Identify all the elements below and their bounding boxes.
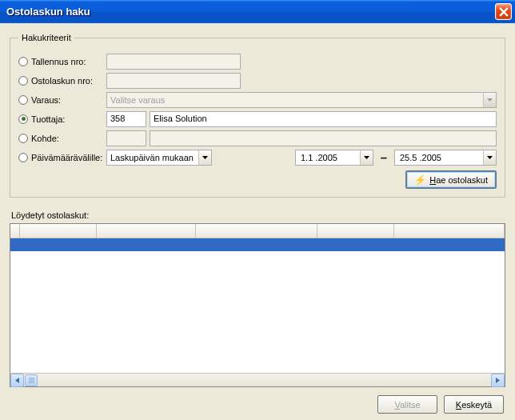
window-title: Ostolaskun haku [6,6,90,18]
close-button[interactable] [495,3,512,20]
radio-tuottaja[interactable] [18,114,28,124]
chevron-down-icon [487,98,493,102]
keskeyta-rest: eskeytä [461,400,492,410]
row-tuottaja: Tuottaja: 358 Elisa Solution [18,110,497,127]
varaus-combo[interactable]: Valitse varaus [106,92,497,108]
datemode-combo-button[interactable] [198,150,211,165]
row-tallennus: Tallennus nro: [18,53,497,70]
grid-body[interactable] [10,238,505,373]
row-varaus: Varaus: Valitse varaus [18,91,497,108]
grid-col-2[interactable] [97,224,196,238]
close-icon [499,7,509,17]
criteria-group: Hakukriteerit Tallennus nro: Ostolaskun … [10,33,505,198]
grid-col-5[interactable] [394,224,505,238]
valitse-rest: alitse [400,400,421,410]
grid-hscrollbar [10,373,505,386]
chevron-left-icon [15,378,19,383]
chevron-down-icon [202,156,208,159]
radio-varaus-label: Varaus: [31,95,61,105]
grid-col-4[interactable] [317,224,394,238]
tuottaja-name-input[interactable]: Elisa Solution [150,111,497,127]
ostolaskun-input[interactable] [106,73,241,89]
keskeyta-button[interactable]: Keskeytä [444,395,504,414]
client-area: Hakukriteerit Tallennus nro: Ostolaskun … [0,23,515,420]
criteria-actions: ⚡ Hae ostolaskut [18,170,497,189]
radio-kohde-label: Kohde: [31,134,59,143]
scroll-track[interactable] [24,374,491,386]
kohde-code-input[interactable] [106,130,146,146]
results-grid[interactable] [10,223,505,387]
date-to-value: 25.5 .2005 [400,153,441,162]
grid-header [10,224,505,238]
date-from-picker[interactable]: 1.1 .2005 [295,150,373,166]
scroll-right-button[interactable] [491,374,505,387]
date-to-button[interactable] [483,150,496,165]
title-bar: Ostolaskun haku [0,0,515,23]
scroll-left-button[interactable] [10,374,24,387]
lightning-icon: ⚡ [414,174,426,186]
row-pvm: Päivämäärävälille: Laskupäivän mukaan 1.… [18,149,497,166]
valitse-button[interactable]: Valitse [377,395,437,414]
date-range-dash: – [373,150,394,164]
date-from-button[interactable] [360,150,373,165]
datemode-combo[interactable]: Laskupäivän mukaan [106,150,212,166]
hae-rest: ae ostolaskut [436,175,488,185]
radio-kohde[interactable] [18,134,28,143]
kohde-name-input[interactable] [150,130,497,146]
date-from-value: 1.1 .2005 [301,153,337,162]
radio-pvm-label: Päivämäärävälille: [31,153,102,162]
criteria-legend: Hakukriteerit [18,33,74,42]
grid-col-0[interactable] [10,224,20,238]
results-label: Löydetyt ostolaskut: [11,210,504,220]
varaus-combo-button[interactable] [483,93,496,107]
tallennus-input[interactable] [106,54,241,70]
varaus-combo-value: Valitse varaus [110,95,165,105]
chevron-down-icon [487,156,493,159]
grid-col-3[interactable] [196,224,317,238]
row-kohde: Kohde: [18,130,497,146]
radio-tallennus-label: Tallennus nro: [31,57,86,66]
footer: Valitse Keskeytä [10,387,505,414]
hae-mnemonic: H [429,175,436,185]
hae-ostolaskut-button[interactable]: ⚡ Hae ostolaskut [405,170,497,189]
chevron-down-icon [364,156,369,159]
radio-varaus[interactable] [18,95,28,105]
radio-pvm[interactable] [18,153,28,162]
grid-col-1[interactable] [20,224,97,238]
scroll-thumb[interactable] [25,374,38,386]
grid-selected-row[interactable] [10,238,505,251]
radio-tallennus[interactable] [18,57,28,66]
chevron-right-icon [496,378,500,383]
row-ostolaskun: Ostolaskun nro: [18,72,497,89]
radio-tuottaja-label: Tuottaja: [31,114,65,124]
radio-ostolaskun[interactable] [18,76,28,86]
radio-ostolaskun-label: Ostolaskun nro: [31,76,93,86]
tuottaja-code-input[interactable]: 358 [106,111,146,127]
date-to-picker[interactable]: 25.5 .2005 [394,150,497,166]
datemode-value: Laskupäivän mukaan [110,153,194,162]
